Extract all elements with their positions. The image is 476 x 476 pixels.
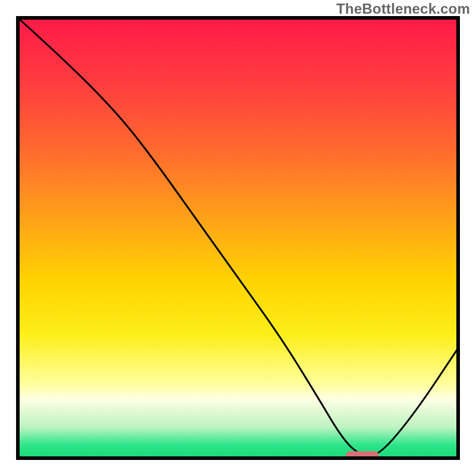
bottom-margin (0, 470, 476, 476)
gradient-background (18, 18, 458, 458)
chart-container: TheBottleneck.com (0, 0, 476, 476)
bottleneck-chart (0, 0, 476, 476)
